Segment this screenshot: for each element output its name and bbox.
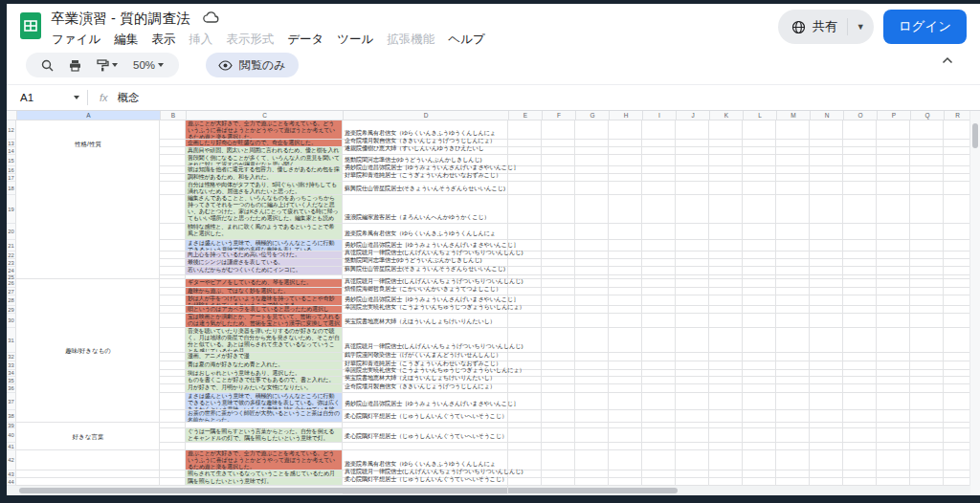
grid-cell-C33[interactable]: 青は夏の海が好きなため青と入れた。 <box>186 361 343 370</box>
grid-cell-A15[interactable] <box>16 155 160 166</box>
empty-cells[interactable] <box>508 393 970 410</box>
empty-cells[interactable] <box>508 377 970 384</box>
empty-cells[interactable] <box>508 224 970 240</box>
grid-cell-B44[interactable] <box>160 478 186 486</box>
grid-cell-A12[interactable] <box>16 120 160 140</box>
grid-cell-A28[interactable] <box>16 295 160 306</box>
empty-cells[interactable] <box>508 328 970 353</box>
grid-cell-C42[interactable]: 遊ぶことが大好きで、全力で遊ぶことを考えている。どういうふうに喜ばせようとかどう… <box>186 450 343 470</box>
grid-cell-B40[interactable] <box>160 428 186 443</box>
grid-cell-A34[interactable] <box>16 370 160 377</box>
grid-cell-A37[interactable] <box>16 393 160 410</box>
grid-cell-B30[interactable] <box>160 314 186 328</box>
row-header-21[interactable]: 21 <box>7 240 16 252</box>
share-button[interactable]: 共有 ▼ <box>778 10 874 44</box>
empty-cells[interactable] <box>508 295 970 306</box>
grid-cell-C13[interactable]: 企画したり好奇心が旺盛なので、奇企を選択した。 <box>186 140 343 147</box>
row-header-31[interactable]: 31 <box>7 328 16 353</box>
grid-cell-C43[interactable]: 照らされて生きているなっていうことを感じているため月 <box>186 470 343 478</box>
row-header-23[interactable]: 23 <box>7 259 16 267</box>
row-header-40[interactable]: 40 <box>7 428 16 443</box>
grid-cell-C17[interactable]: 調和性があるため、和を入れた。 <box>186 174 343 182</box>
grid-cell-C21[interactable]: まさは盛んという意味で、積極的にいろんなところに行動できるという意味で彼の多様な… <box>186 240 343 252</box>
grid-cell-C37[interactable]: まさは盛んという意味で、積極的にいろんなところに行動できるという意味で彼の多様な… <box>186 393 343 410</box>
row-header-38[interactable]: 38 <box>7 410 16 423</box>
col-header-R[interactable]: R <box>945 111 971 120</box>
grid-cell-A41[interactable] <box>16 443 160 450</box>
empty-cells[interactable] <box>508 288 970 295</box>
col-header-B[interactable]: B <box>161 111 187 120</box>
empty-cells[interactable] <box>508 450 970 470</box>
grid-cell-C28[interactable]: 妙は人が手をつけないような趣味を持っていることや奇妙な経験をされているということ… <box>186 295 343 306</box>
menu-ファイル[interactable]: ファイル <box>45 29 107 51</box>
grid-cell-B21[interactable] <box>160 240 186 252</box>
grid-cell-B17[interactable] <box>160 174 186 182</box>
grid-cell-C14[interactable]: 真面目や頑固、図太いと周囲に言われるため、優と樹を入れた。 <box>186 147 343 155</box>
grid-cell-B20[interactable] <box>160 224 186 240</box>
empty-cells[interactable] <box>508 147 970 155</box>
col-header-O[interactable]: O <box>844 111 878 120</box>
grid-cell-C22[interactable]: 向上心を持っているため高い位号をつけた。 <box>186 252 343 259</box>
col-header-F[interactable]: F <box>543 111 576 120</box>
grid-cell-B29[interactable] <box>160 306 186 314</box>
grid-cell-C30[interactable]: 宝は映画とか演劇とか、アートを見ていて、芸術って入れるのは違う気がしたため、芸術… <box>186 314 343 328</box>
zoom-control[interactable]: 50% <box>127 55 169 76</box>
row-header-33[interactable]: 33 <box>7 361 16 370</box>
row-header-34[interactable]: 34 <box>7 370 16 377</box>
grid-cell-A21[interactable] <box>16 240 160 252</box>
grid-cell-C35[interactable]: ものを書くことが好きで仕事でもあるので、書と入れた。 <box>186 377 343 384</box>
grid-cell-D37[interactable]: 勇妙院山道昌弥院居士［ゆうみょういんさんげいまさやいんこじ］ <box>343 393 508 410</box>
row-header-28[interactable]: 28 <box>7 295 16 306</box>
empty-cells[interactable] <box>508 279 970 288</box>
print-button[interactable] <box>63 55 87 76</box>
grid-cell-A24[interactable] <box>16 267 160 275</box>
view-only-chip[interactable]: 閲覧のみ <box>206 53 299 77</box>
grid-cell-B19[interactable] <box>160 195 186 224</box>
grid-cell-C19[interactable]: 編集さんであることと、いろんなものをあっちこっちから持ってきてそれを一つのものに… <box>186 195 343 224</box>
col-header-G[interactable]: G <box>576 111 610 120</box>
row-header-18[interactable]: 18 <box>7 182 16 195</box>
menu-ヘルプ[interactable]: ヘルプ <box>441 29 491 51</box>
col-header-I[interactable]: I <box>643 111 677 120</box>
empty-cells[interactable] <box>508 306 970 314</box>
grid-cell-D27[interactable]: 焙怪院海郷哲良居士（こかいいんかいきょうてつよしこじ） <box>343 288 508 295</box>
grid-cell-B23[interactable] <box>160 259 186 267</box>
grid-cell-A23[interactable] <box>16 259 160 267</box>
empty-cells[interactable] <box>508 174 970 182</box>
grid-cell-A16[interactable] <box>16 166 160 174</box>
col-header-A[interactable]: A <box>17 111 161 120</box>
grid-cell-D36[interactable]: 企奇院場月製自信女（ききいんじょうげつうじしんにょ） <box>343 384 508 393</box>
col-header-C[interactable]: C <box>187 111 344 120</box>
menu-表示[interactable]: 表示 <box>145 29 182 51</box>
grid-cell-D40[interactable]: 柔心院隅灯平想居士（じゅうしんいんぐうていへいそうこじ） <box>343 428 508 443</box>
grid-cell-B31[interactable] <box>160 328 186 353</box>
empty-cells[interactable] <box>508 443 970 450</box>
grid-cell-B42[interactable] <box>160 450 186 470</box>
grid-cell-D31[interactable]: 真弦院聴月一律院信士(しんげんいんちょうげついちりついんしんじ) <box>343 328 508 353</box>
sheets-logo-icon[interactable] <box>19 11 42 41</box>
row-header-32[interactable]: 32 <box>7 353 16 361</box>
empty-cells[interactable] <box>508 314 970 328</box>
col-header-N[interactable]: N <box>811 111 844 120</box>
grid-cell-C40[interactable]: ぐうは一隅を照らすという言葉からとった。自分を例えるとキャンドルの灯で、隅を照ら… <box>186 428 343 443</box>
empty-cells[interactable] <box>508 410 970 423</box>
row-header-20[interactable]: 20 <box>7 224 16 240</box>
grid-cell-C29[interactable]: 唄というのはアカペラを表していると思ったため選択した。 <box>186 306 343 314</box>
row-header-43[interactable]: 43 <box>7 470 16 478</box>
row-header-14[interactable]: 14 <box>7 147 16 155</box>
grid-cell-B38[interactable] <box>160 410 186 423</box>
col-header-K[interactable]: K <box>710 111 744 120</box>
empty-cells[interactable] <box>508 182 970 195</box>
grid-cell-B36[interactable] <box>160 384 186 393</box>
grid-cell-B13[interactable] <box>160 140 186 147</box>
empty-cells[interactable] <box>508 353 970 361</box>
row-header-26[interactable]: 26 <box>7 279 16 288</box>
menu-データ[interactable]: データ <box>280 29 330 51</box>
grid-cell-C18[interactable]: 自分は性格や肉体がタフであり、5回ぐらい掛け持ちしても潰れないため、屈強さを入れ… <box>186 182 343 195</box>
login-button[interactable]: ログイン <box>883 10 967 44</box>
grid-cell-B15[interactable] <box>160 155 186 166</box>
grid-cell-A27[interactable] <box>16 288 160 295</box>
grid-cell-A30[interactable] <box>16 314 160 328</box>
row-header-30[interactable]: 30 <box>7 314 16 328</box>
grid-cell-C34[interactable]: 街はおしゃれという意味もあり、選択した。 <box>186 370 343 377</box>
